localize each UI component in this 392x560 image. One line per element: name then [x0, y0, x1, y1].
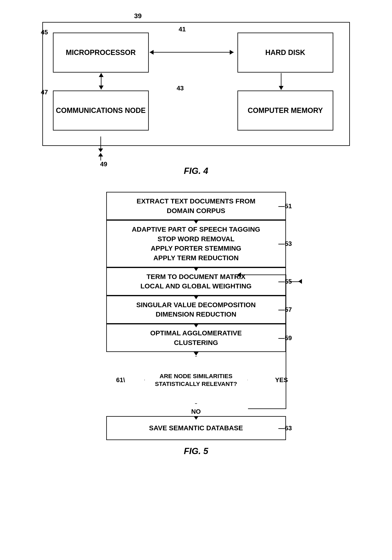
fig5-caption: FIG. 5: [184, 446, 208, 456]
step-61-number: 61\: [116, 376, 125, 384]
label-47: 47: [41, 89, 48, 96]
flowchart: EXTRACT TEXT DOCUMENTS FROMDOMAIN CORPUS…: [56, 192, 336, 440]
label-49: 49: [100, 160, 107, 168]
step-53-number: —53: [278, 240, 292, 247]
step-61-label: ARE NODE SIMILARITIESSTATISTICALLY RELEV…: [155, 372, 237, 388]
step-53-box: ADAPTIVE PART OF SPEECH TAGGINGSTOP WORD…: [106, 220, 286, 267]
no-branch: NO: [191, 408, 201, 416]
label-43: 43: [177, 85, 184, 92]
step-61-diamond-container: ARE NODE SIMILARITIESSTATISTICALLY RELEV…: [136, 354, 256, 406]
svg-marker-1: [150, 50, 153, 55]
step-59-box: OPTIMAL AGGLOMERATIVECLUSTERING: [106, 324, 286, 352]
step-55-label: TERM TO DOCUMENT MATRIXLOCAL AND GLOBAL …: [140, 272, 252, 291]
step-53-label: ADAPTIVE PART OF SPEECH TAGGINGSTOP WORD…: [132, 225, 260, 263]
fig4-diagram: 39 45 47 41 43 MICROPROCESSOR COMMUNICAT…: [36, 12, 356, 146]
step-59-label: OPTIMAL AGGLOMERATIVECLUSTERING: [150, 328, 242, 347]
comm-node-box: COMMUNICATIONS NODE: [53, 90, 149, 130]
arrow-49-down: 49: [94, 137, 107, 168]
step-63-row: SAVE SEMANTIC DATABASE —63: [56, 416, 336, 440]
step-63-label: SAVE SEMANTIC DATABASE: [149, 423, 243, 433]
fig4-caption: FIG. 4: [184, 166, 208, 176]
feedback-arrowhead: [298, 279, 302, 284]
comm-node-label: COMMUNICATIONS NODE: [56, 106, 146, 115]
label-39: 39: [134, 12, 142, 20]
label-41: 41: [179, 26, 186, 33]
yes-label: YES: [275, 376, 288, 384]
step-63-box: SAVE SEMANTIC DATABASE: [106, 416, 286, 440]
step-63-number: —63: [278, 424, 292, 432]
step-55-row: TERM TO DOCUMENT MATRIXLOCAL AND GLOBAL …: [56, 267, 336, 296]
step-55-box: TERM TO DOCUMENT MATRIXLOCAL AND GLOBAL …: [106, 267, 286, 296]
step-57-row: SINGULAR VALUE DECOMPOSITIONDIMENSION RE…: [56, 296, 336, 324]
no-label: NO: [191, 408, 201, 415]
svg-marker-4: [99, 73, 104, 77]
microprocessor-box: MICROPROCESSOR: [53, 33, 149, 72]
label-45: 45: [41, 29, 48, 36]
computer-memory-label: COMPUTER MEMORY: [248, 106, 323, 115]
step-51-label: EXTRACT TEXT DOCUMENTS FROMDOMAIN CORPUS: [137, 196, 255, 215]
svg-marker-7: [278, 86, 283, 90]
computer-memory-box: COMPUTER MEMORY: [238, 90, 333, 130]
microprocessor-label: MICROPROCESSOR: [66, 48, 136, 57]
step-57-box: SINGULAR VALUE DECOMPOSITIONDIMENSION RE…: [106, 296, 286, 324]
hard-disk-label: HARD DISK: [265, 48, 305, 57]
step-57-number: —57: [278, 306, 292, 313]
step-51-number: —51: [278, 202, 292, 210]
step-53-row: ADAPTIVE PART OF SPEECH TAGGINGSTOP WORD…: [56, 220, 336, 267]
fig4-outer-box: 45 47 41 43 MICROPROCESSOR COMMUNICATION…: [42, 22, 350, 146]
step-51-box: EXTRACT TEXT DOCUMENTS FROMDOMAIN CORPUS: [106, 192, 286, 220]
page: 39 45 47 41 43 MICROPROCESSOR COMMUNICAT…: [0, 0, 392, 560]
fig5-diagram: EXTRACT TEXT DOCUMENTS FROMDOMAIN CORPUS…: [56, 192, 336, 440]
svg-marker-5: [99, 86, 104, 90]
step-59-row: OPTIMAL AGGLOMERATIVECLUSTERING —59: [56, 324, 336, 352]
step-61-row: ARE NODE SIMILARITIESSTATISTICALLY RELEV…: [56, 352, 336, 408]
step-59-number: —59: [278, 334, 292, 341]
svg-marker-2: [230, 50, 234, 55]
step-57-label: SINGULAR VALUE DECOMPOSITIONDIMENSION RE…: [136, 300, 256, 319]
hard-disk-box: HARD DISK: [238, 33, 333, 72]
step-51-row: EXTRACT TEXT DOCUMENTS FROMDOMAIN CORPUS…: [56, 192, 336, 220]
